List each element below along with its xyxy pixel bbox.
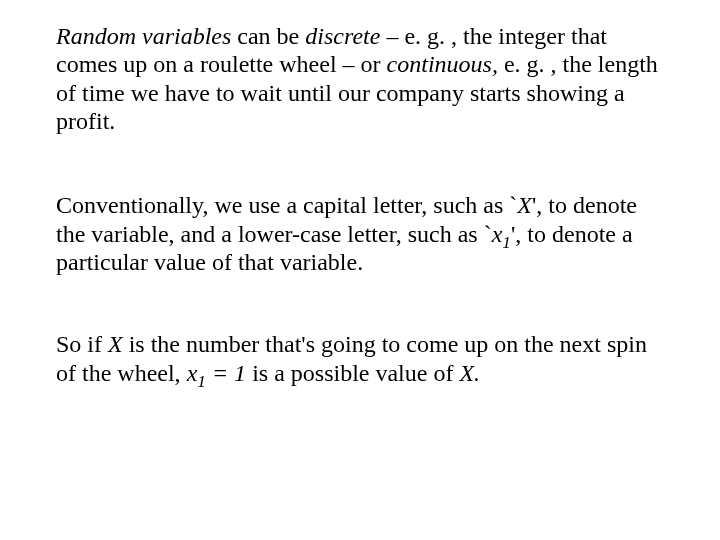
subscript-1: 1	[197, 371, 206, 390]
text: So if	[56, 331, 108, 357]
var-X: X	[517, 192, 532, 218]
text-continuous: continuous,	[387, 51, 498, 77]
text-equals-1: = 1	[206, 360, 246, 386]
var-X: X	[108, 331, 123, 357]
slide-body: Random variables can be discrete – e. g.…	[0, 0, 720, 540]
var-x: x	[492, 221, 503, 247]
var-X: X.	[459, 360, 480, 386]
spacer	[56, 276, 664, 330]
paragraph-2: Conventionally, we use a capital letter,…	[56, 191, 664, 276]
spacer	[56, 135, 664, 191]
paragraph-3: So if X is the number that's going to co…	[56, 330, 664, 387]
text: is a possible value of	[246, 360, 459, 386]
text-discrete: discrete	[305, 23, 380, 49]
text-random-variables: Random variables	[56, 23, 231, 49]
text: Conventionally, we use a capital letter,…	[56, 192, 517, 218]
var-x: x	[187, 360, 198, 386]
text: can be	[231, 23, 305, 49]
subscript-1: 1	[502, 232, 511, 251]
paragraph-1: Random variables can be discrete – e. g.…	[56, 22, 664, 135]
